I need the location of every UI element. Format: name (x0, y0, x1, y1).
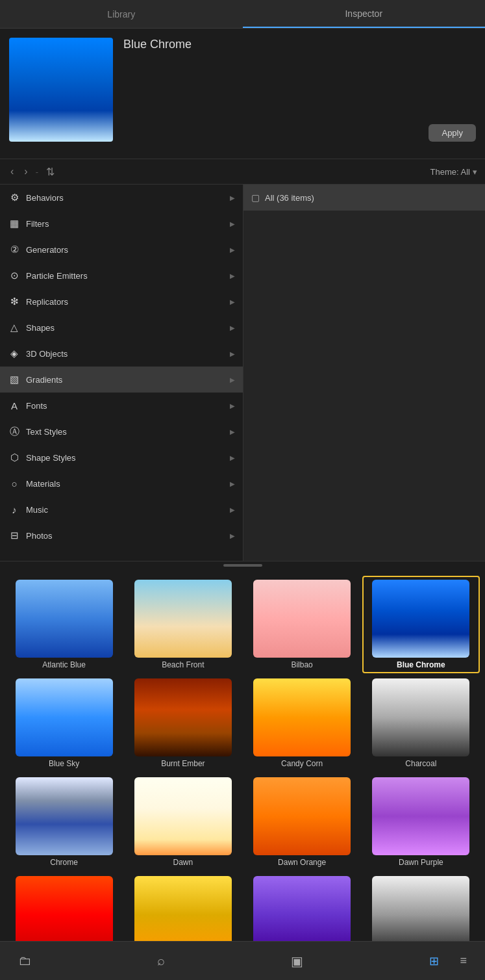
sidebar-item-icon: Ⓐ (8, 425, 21, 438)
tab-bar: Library Inspector (0, 0, 485, 29)
sidebar-item-arrow: ▶ (230, 350, 235, 357)
sidebar-item-label: Shapes (26, 323, 225, 333)
gradient-item-charcoal[interactable]: Charcoal (362, 675, 480, 772)
gradient-item-blue-chrome[interactable]: Blue Chrome (362, 576, 480, 673)
gradient-label: Blue Chrome (397, 660, 445, 669)
sidebar-item-icon: ⊟ (8, 529, 21, 542)
sidebar-item-icon: ⚙ (8, 191, 21, 204)
back-button[interactable]: ‹ (8, 164, 16, 179)
theme-label: Theme: All (430, 167, 470, 177)
sidebar-item-shapes[interactable]: △ Shapes ▶ (0, 315, 243, 341)
sidebar-item-shape-styles[interactable]: ⬡ Shape Styles ▶ (0, 445, 243, 471)
gradient-thumbnail (134, 678, 232, 756)
gradient-item-atlantic-blue[interactable]: Atlantic Blue (5, 576, 123, 673)
all-items-label: All (36 items) (265, 193, 314, 203)
sidebar-item-replicators[interactable]: ❇ Replicators ▶ (0, 289, 243, 315)
sidebar-item-arrow: ▶ (230, 220, 235, 227)
sidebar-item-fonts[interactable]: A Fonts ▶ (0, 393, 243, 419)
content-split: ⚙ Behaviors ▶ ▦ Filters ▶ ② Generators ▶… (0, 185, 485, 561)
gradient-item-blue-sky[interactable]: Blue Sky (5, 675, 123, 772)
sidebar-item-3d-objects[interactable]: ◈ 3D Objects ▶ (0, 341, 243, 367)
gradient-thumbnail (134, 580, 232, 658)
sidebar-item-icon: ② (8, 243, 21, 256)
gradient-item-chrome[interactable]: Chrome (5, 773, 123, 871)
gradient-grid: Atlantic Blue Beach Front Bilbao Blue Ch… (0, 571, 485, 975)
gradient-item-dawn[interactable]: Dawn (124, 773, 242, 871)
gradient-label: Chrome (50, 858, 78, 867)
gradient-label: Dawn Purple (399, 858, 443, 867)
tab-inspector[interactable]: Inspector (243, 0, 486, 28)
folder-icon: ▢ (251, 192, 260, 203)
gradient-item-dawn-purple[interactable]: Dawn Purple (362, 773, 480, 871)
new-folder-button[interactable]: 🗀 (13, 951, 36, 971)
gradient-thumbnail (16, 580, 113, 658)
sidebar-item-photos[interactable]: ⊟ Photos ▶ (0, 522, 243, 548)
sidebar-item-arrow: ▶ (230, 194, 235, 201)
gradient-item-beach-front[interactable]: Beach Front (124, 576, 242, 673)
sidebar-item-text-styles[interactable]: Ⓐ Text Styles ▶ (0, 419, 243, 445)
apply-button[interactable]: Apply (429, 124, 476, 142)
sidebar-item-behaviors[interactable]: ⚙ Behaviors ▶ (0, 185, 243, 211)
scroll-indicator (0, 561, 485, 571)
gradient-thumbnail (253, 678, 351, 756)
sidebar: ⚙ Behaviors ▶ ▦ Filters ▶ ② Generators ▶… (0, 185, 243, 561)
sidebar-item-icon: △ (8, 321, 21, 334)
sidebar-item-arrow: ▶ (230, 506, 235, 513)
gradient-item-dawn-orange[interactable]: Dawn Orange (243, 773, 361, 871)
sidebar-item-label: Photos (26, 531, 225, 541)
search-icon: ⌕ (157, 953, 165, 968)
sidebar-item-particle-emitters[interactable]: ⊙ Particle Emitters ▶ (0, 263, 243, 289)
gradient-label: Atlantic Blue (42, 660, 86, 669)
theme-selector[interactable]: Theme: All ▾ (430, 167, 477, 177)
gradient-label: Candy Corn (281, 759, 323, 768)
sidebar-item-label: Fonts (26, 401, 225, 411)
menu-button[interactable]: ≡ (454, 951, 472, 970)
sidebar-item-arrow: ▶ (230, 428, 235, 435)
tab-library[interactable]: Library (0, 0, 243, 28)
sidebar-item-music[interactable]: ♪ Music ▶ (0, 496, 243, 522)
bottom-bar: 🗀 ⌕ ▣ ⊞ ≡ (0, 941, 485, 980)
sidebar-item-filters[interactable]: ▦ Filters ▶ (0, 211, 243, 237)
sidebar-item-gradients[interactable]: ▧ Gradients ▶ (0, 367, 243, 393)
scroll-bar (223, 564, 262, 567)
updown-button[interactable]: ⇅ (44, 164, 57, 179)
sidebar-item-arrow: ▶ (230, 480, 235, 487)
gradient-thumbnail (372, 580, 469, 658)
preview-area: Blue Chrome Apply (0, 29, 485, 159)
window-button[interactable]: ▣ (286, 951, 308, 972)
gradient-item-bilbao[interactable]: Bilbao (243, 576, 361, 673)
gradient-item-candy-corn[interactable]: Candy Corn (243, 675, 361, 772)
sidebar-item-label: Text Styles (26, 427, 225, 437)
gradient-item-burnt-ember[interactable]: Burnt Ember (124, 675, 242, 772)
gradient-thumbnail (134, 777, 232, 855)
gradient-label: Bilbao (291, 660, 312, 669)
sidebar-item-materials[interactable]: ○ Materials ▶ (0, 471, 243, 496)
sidebar-item-icon: A (8, 399, 21, 412)
sidebar-item-label: Shape Styles (26, 453, 225, 463)
grid-view-button[interactable]: ⊞ (424, 951, 444, 971)
gradient-thumbnail (372, 678, 469, 756)
preview-info: Blue Chrome Apply (123, 38, 476, 142)
search-button[interactable]: ⌕ (152, 951, 170, 971)
right-panel: ▢ All (36 items) (243, 185, 485, 561)
sidebar-item-generators[interactable]: ② Generators ▶ (0, 237, 243, 263)
sidebar-item-arrow: ▶ (230, 324, 235, 331)
sidebar-item-label: Replicators (26, 297, 225, 307)
forward-button[interactable]: › (21, 164, 30, 179)
sidebar-item-label: Materials (26, 479, 225, 489)
sidebar-item-arrow: ▶ (230, 532, 235, 539)
gradient-thumbnail (372, 777, 469, 855)
sidebar-item-label: Particle Emitters (26, 271, 225, 281)
sidebar-item-label: 3D Objects (26, 349, 225, 359)
gradient-thumbnail (16, 678, 113, 756)
menu-icon: ≡ (460, 954, 467, 967)
sidebar-item-arrow: ▶ (230, 454, 235, 461)
sidebar-item-label: Gradients (26, 375, 225, 385)
sidebar-item-icon: ⬡ (8, 451, 21, 464)
all-items-row[interactable]: ▢ All (36 items) (243, 185, 485, 211)
sidebar-item-label: Generators (26, 245, 225, 255)
gradient-label: Dawn (173, 858, 193, 867)
gradient-label: Beach Front (162, 660, 204, 669)
sidebar-item-arrow: ▶ (230, 246, 235, 253)
sidebar-item-label: Behaviors (26, 193, 225, 203)
